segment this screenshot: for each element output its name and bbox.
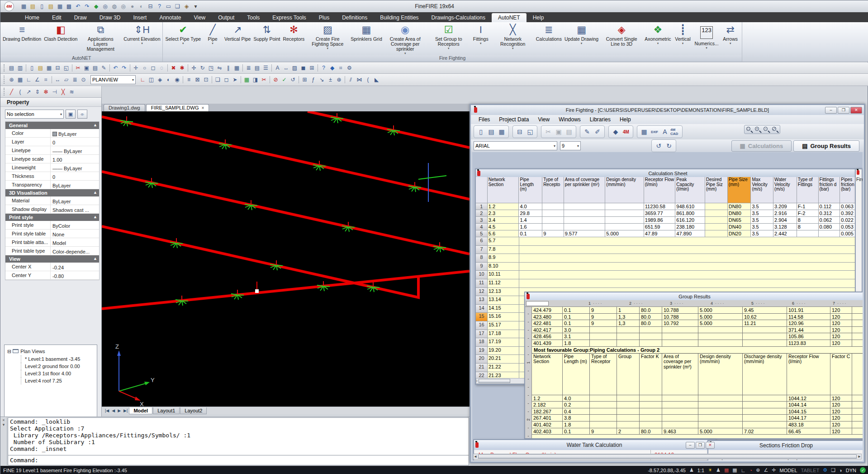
zoom-out-icon[interactable]: − [763, 126, 770, 133]
calc-row-header[interactable]: 5 [476, 230, 488, 237]
tb2-recover-icon[interactable]: ↺ [289, 76, 297, 84]
ribbon-button-supply-point[interactable]: ⇅Supply Point [252, 24, 281, 42]
tb2-fillet-icon[interactable]: ( [364, 76, 372, 84]
maximize-button[interactable]: ❐ [696, 442, 705, 449]
property-value[interactable]: 0 [51, 138, 99, 146]
ribbon-button-set-group-to-receptors[interactable]: ☑Set Group to Receptors▾ [427, 24, 470, 50]
menu-tab-help[interactable]: Help [526, 13, 550, 22]
qat-nav-diamond-icon[interactable]: ◆ [92, 2, 100, 10]
selection-dropdown[interactable]: No selection ▾ [5, 110, 64, 119]
calc-col-header[interactable]: Pipe Length (m) [519, 177, 542, 203]
fire-toolbar-4m-cad-icon[interactable]: 4M CAD [670, 127, 680, 137]
calc-row-header[interactable]: 11 [476, 279, 488, 288]
menu-tab-home[interactable]: Home [19, 13, 46, 22]
tb1-dimension-icon[interactable]: ↔ [282, 64, 290, 72]
qat-render-2-icon[interactable]: ◎ [119, 2, 128, 10]
fire-menu-libraries[interactable]: Libraries [586, 115, 615, 124]
calculation-sheet-title-bar[interactable]: Calculation Sheet [476, 169, 860, 177]
tb1-block-icon[interactable]: ◼ [299, 64, 308, 72]
minimize-button[interactable]: – [686, 442, 695, 449]
menu-tab-building-entities[interactable]: Building Entities [374, 13, 425, 22]
view-combo[interactable]: PLANVIEW▾ [90, 75, 136, 84]
tb2-unlock-icon[interactable]: ⊡ [202, 76, 210, 84]
calc-row-header[interactable]: 22 [476, 372, 488, 378]
clean-screen-icon[interactable]: ◑ [839, 468, 842, 473]
calc-row-header[interactable]: 13 [476, 296, 488, 305]
tb2-lock-icon[interactable]: ⊠ [193, 76, 202, 84]
qat-bld-open-icon[interactable]: ▤ [28, 2, 37, 10]
calc-col-header[interactable]: Fittings friction d (bar) [819, 177, 840, 203]
tb2-lineweight-icon[interactable]: ≡ [185, 76, 193, 84]
snap-grid-icon[interactable]: ▦ [724, 467, 729, 473]
tb1-new-icon[interactable]: ▯ [28, 64, 36, 72]
calc-row-header[interactable]: 21 [476, 364, 488, 372]
calc-col-header[interactable]: Water Velocity (m/s) [773, 177, 797, 203]
tb1-pan-icon[interactable]: ✛ [132, 64, 140, 72]
ribbon-button-clash-detection[interactable]: ◧Clash Detection [43, 24, 79, 42]
tb2-area-icon[interactable]: ▱ [62, 76, 71, 84]
tb1-layers-icon[interactable]: ≣ [244, 64, 253, 72]
calc-row-header[interactable]: 7 [476, 246, 488, 254]
workspace-switch-icon[interactable]: ❏ [831, 467, 835, 473]
calc-row-header[interactable]: 10 [476, 271, 488, 279]
tb2-distance-icon[interactable]: ↔ [53, 76, 62, 84]
layout-tab-layout2[interactable]: Layout2 [180, 407, 207, 414]
ribbon-button-select-pipe-type[interactable]: ✔Select Pipe Type▾ [164, 24, 202, 45]
calc-row-header[interactable]: 17 [476, 330, 488, 339]
tb1-offset-icon[interactable]: ∥ [224, 64, 232, 72]
tb2-snap-icon[interactable]: ⌗ [42, 76, 50, 84]
tb3-fire-pipe-icon[interactable]: ╱ [7, 88, 16, 96]
tablet-toggle[interactable]: TABLET [801, 468, 820, 473]
tree-root[interactable]: ⊟ Plan Views [7, 348, 96, 355]
ribbon-button-pipe[interactable]: ╱Pipe▾ [202, 24, 223, 45]
qat-zoom-icon[interactable]: ◎ [101, 2, 109, 10]
calc-col-header[interactable]: Receptor Flow (l/min) [644, 177, 676, 203]
menu-tab-definitions[interactable]: Definitions [336, 13, 374, 22]
zoom-window-icon[interactable]: □ [745, 126, 753, 133]
tb2-image-clip-icon[interactable]: ◨ [251, 76, 260, 84]
tb1-mirror-icon[interactable]: ⇋ [215, 64, 224, 72]
tb1-match-props-icon[interactable]: ✎ [100, 64, 108, 72]
tb1-save-icon[interactable]: ▦ [45, 64, 53, 72]
fire-menu-windows[interactable]: Windows [555, 115, 585, 124]
tb1-properties-icon[interactable]: ☰ [261, 64, 270, 72]
calc-col-header[interactable]: Pipe Size (mm) [728, 177, 751, 203]
tb1-zoom-previous-icon[interactable]: ◌ [157, 64, 166, 72]
calc-row-header[interactable]: 8 [476, 254, 488, 263]
fire-menu-files[interactable]: Files [474, 115, 494, 124]
layout-tab-model[interactable]: Model [129, 407, 152, 414]
calc-col-header[interactable]: Design density (mm/min) [605, 177, 644, 203]
tree-item-level-2[interactable]: Level:2 ground floor 0.00 [21, 363, 96, 370]
water-tank-title-bar[interactable]: Water Tank Calculation – ❐ ✕ [474, 440, 715, 450]
menu-tab-annotate[interactable]: Annotate [153, 13, 187, 22]
tb2-shade-icon[interactable]: ◐ [164, 76, 173, 84]
layout-nav-icon[interactable]: ▶ [116, 408, 122, 413]
ribbon-button-numerics[interactable]: 123Numerics...▾ [693, 24, 720, 50]
layout-nav-icon[interactable]: |◀ [104, 408, 110, 413]
font-size-select[interactable]: 9▾ [560, 141, 581, 150]
tb2-polar-icon[interactable]: ∠ [33, 76, 42, 84]
tb2-chamfer-icon[interactable]: ◣ [372, 76, 381, 84]
tree-item-level-3[interactable]: Level:3 1st floor 4.00 [21, 370, 96, 377]
tb1-zoom-realtime-icon[interactable]: ○ [140, 64, 149, 72]
tb2-ungroup-icon[interactable]: ◻ [222, 76, 231, 84]
tb1-bld-b-icon[interactable]: ▥ [16, 64, 24, 72]
calc-row-header[interactable]: 14 [476, 305, 488, 313]
property-value[interactable]: ——ByLayer [51, 163, 99, 172]
qat-overflow-icon[interactable]: ▾ [191, 2, 200, 10]
tb1-text-icon[interactable]: A [273, 64, 282, 72]
ribbon-button-convert-single-line-to-3d[interactable]: ◈Convert Single Line to 3D [600, 24, 643, 47]
property-value[interactable]: -0.80 [51, 271, 99, 279]
tb2-join-icon[interactable]: ⋈ [355, 76, 364, 84]
property-section-view[interactable]: View▲ [5, 255, 99, 263]
menu-tab-output[interactable]: Output [212, 13, 241, 22]
annotation-scale[interactable]: 1:1 [697, 468, 704, 473]
drawing-canvas[interactable]: Z Y X [102, 111, 470, 407]
ribbon-button-vertical[interactable]: ┋Vertical▾ [673, 24, 693, 45]
tb2-leader-icon[interactable]: ↘ [318, 76, 326, 84]
ribbon-button-create-area-of-coverage[interactable]: ◉Create Area of Coverage per sprinkler▾ [384, 24, 427, 55]
tb2-break-icon[interactable]: ⫽ [346, 76, 355, 84]
calc-col-header[interactable]: Type of Recepto [542, 177, 564, 203]
calc-row-header[interactable]: 16 [476, 321, 488, 330]
property-value[interactable]: -0.24 [51, 263, 99, 271]
